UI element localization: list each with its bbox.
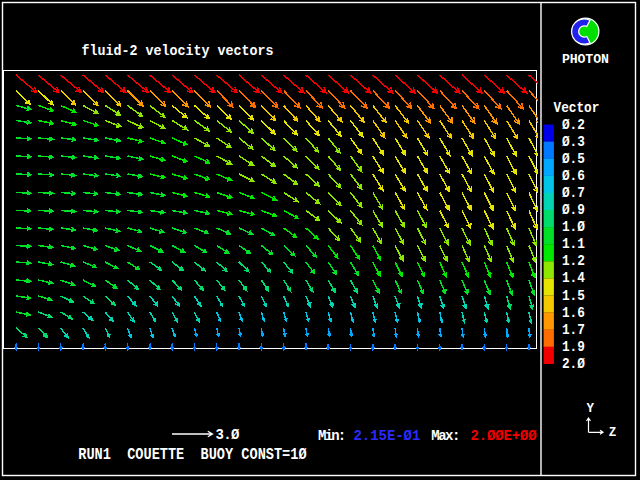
svg-text:1.4: 1.4 [562,271,585,287]
svg-text:1.6: 1.6 [562,305,585,321]
svg-text:1.5: 1.5 [562,288,585,304]
svg-text:Ø.6: Ø.6 [562,168,585,184]
svg-text:Ø.7: Ø.7 [562,185,585,201]
svg-text:2.Ø: 2.Ø [562,356,585,372]
svg-text:1.1: 1.1 [562,237,585,253]
svg-text:Min:: Min: [318,428,346,444]
svg-text:Ø.3: Ø.3 [562,134,585,150]
svg-text:1.9: 1.9 [562,339,585,355]
svg-text:1.2: 1.2 [562,254,585,270]
svg-text:Z: Z [609,426,617,440]
svg-text:Vector: Vector [554,100,600,116]
svg-text:Y: Y [587,402,595,416]
svg-text:RUN1 COUETTE BUOY CONST=1Ø: RUN1 COUETTE BUOY CONST=1Ø [78,445,306,465]
svg-text:2.ØØE+ØØ: 2.ØØE+ØØ [471,428,538,444]
svg-text:Ø.9: Ø.9 [562,202,585,218]
svg-text:1.7: 1.7 [562,322,585,338]
svg-text:Max:: Max: [431,428,460,444]
svg-text:1.Ø: 1.Ø [562,219,585,235]
svg-text:2.15E-Ø1: 2.15E-Ø1 [353,428,420,444]
svg-text:PHOTON: PHOTON [562,52,609,67]
svg-text:fluid-2 velocity vectors: fluid-2 velocity vectors [81,42,273,59]
svg-text:3.Ø: 3.Ø [216,427,241,443]
svg-text:Ø.5: Ø.5 [562,151,585,167]
svg-text:Ø.2: Ø.2 [562,117,585,133]
